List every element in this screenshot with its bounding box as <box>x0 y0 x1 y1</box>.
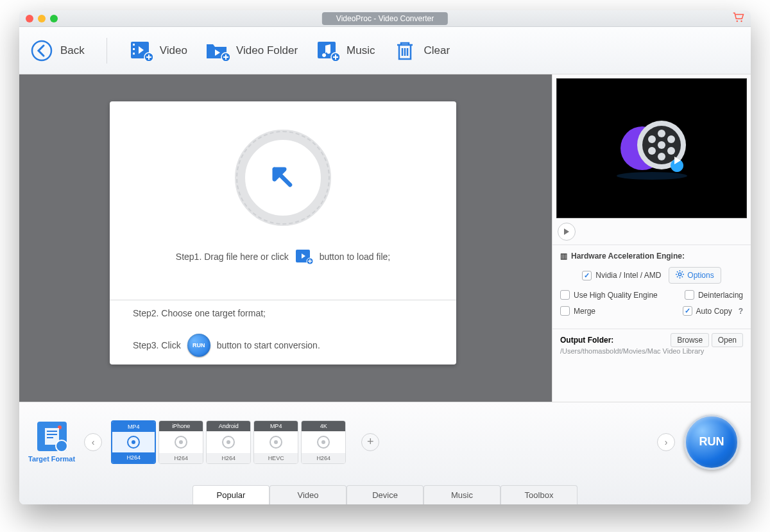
svg-point-24 <box>679 273 681 275</box>
hq-label: Use High Quality Engine <box>574 291 658 300</box>
preset-bot-label: HEVC <box>254 453 298 463</box>
clear-label: Clear <box>424 44 450 57</box>
video-icon <box>129 39 153 63</box>
merge-label: Merge <box>574 307 595 316</box>
run-button[interactable]: RUN <box>684 415 739 470</box>
preset-mid-icon <box>302 431 345 453</box>
target-format-icon[interactable] <box>37 422 67 451</box>
play-button[interactable] <box>558 223 576 241</box>
tab-toolbox[interactable]: Toolbox <box>501 485 578 504</box>
svg-point-34 <box>227 440 230 444</box>
preset-4k-h264[interactable]: 4KH264 <box>301 420 346 464</box>
preset-top-label: MP4 <box>254 421 298 431</box>
step1-text: Step1. Drag file here or click button to… <box>153 241 413 272</box>
music-label: Music <box>346 44 375 57</box>
preset-list: MP4H264iPhoneH264AndroidH264MP4HEVC4KH26… <box>111 420 346 464</box>
svg-point-38 <box>321 440 325 444</box>
svg-point-18 <box>658 130 665 137</box>
clear-button[interactable]: Clear <box>393 39 450 63</box>
maximize-icon[interactable] <box>50 15 58 22</box>
drop-area[interactable]: Step1. Drag file here or click button to… <box>110 101 456 300</box>
autocopy-checkbox[interactable] <box>683 306 692 316</box>
output-path: /Users/thomasboldt/Movies/Mac Video Libr… <box>560 347 743 355</box>
svg-point-30 <box>132 440 135 444</box>
minimize-icon[interactable] <box>38 15 46 22</box>
preset-android-h264[interactable]: AndroidH264 <box>206 420 251 464</box>
browse-button[interactable]: Browse <box>671 333 709 347</box>
gear-icon <box>676 270 684 280</box>
open-button[interactable]: Open <box>712 333 743 347</box>
svg-point-32 <box>179 440 183 444</box>
drop-circle-icon <box>235 130 331 226</box>
tab-video[interactable]: Video <box>270 485 346 504</box>
target-format-label-block: Target Format <box>28 422 75 463</box>
preset-mp4-h264[interactable]: MP4H264 <box>111 420 156 464</box>
add-preset-button[interactable]: + <box>361 433 379 451</box>
svg-point-20 <box>667 147 675 155</box>
svg-point-17 <box>658 141 665 149</box>
tab-music[interactable]: Music <box>424 485 501 504</box>
step3-prefix: Step3. Click <box>133 340 181 350</box>
preview-controls <box>552 218 751 245</box>
svg-rect-4 <box>133 44 135 46</box>
separator <box>107 38 107 64</box>
drop-zone-pane: Step1. Drag file here or click button to… <box>19 74 552 402</box>
preset-mid-icon <box>254 431 298 453</box>
preset-bot-label: H264 <box>159 453 203 463</box>
preset-iphone-h264[interactable]: iPhoneH264 <box>158 420 203 464</box>
content-area: Step1. Drag file here or click button to… <box>19 74 751 402</box>
svg-point-2 <box>32 41 51 60</box>
autocopy-label: Auto Copy <box>696 307 732 316</box>
step3-suffix: button to start conversion. <box>217 340 320 350</box>
preset-bot-label: H264 <box>302 453 345 463</box>
svg-rect-5 <box>133 48 135 50</box>
sidebar: ▥ Hardware Acceleration Engine: Nvidia /… <box>552 74 751 402</box>
video-label: Video <box>160 44 187 57</box>
cart-icon[interactable] <box>733 12 744 25</box>
preset-top-label: 4K <box>302 421 345 431</box>
preset-mid-icon <box>207 431 250 453</box>
preset-mp4-hevc[interactable]: MP4HEVC <box>253 420 298 464</box>
hw-accel-title: ▥ Hardware Acceleration Engine: <box>560 252 743 261</box>
svg-rect-25 <box>45 428 59 445</box>
step3-row: Step3. Click RUN button to start convers… <box>110 326 456 365</box>
step2-text: Step2. Choose one target format; <box>110 300 456 326</box>
preset-next-button[interactable]: › <box>657 433 675 451</box>
preset-prev-button[interactable]: ‹ <box>84 433 102 451</box>
preset-top-label: iPhone <box>159 421 203 431</box>
step1-prefix: Step1. Drag file here or click <box>176 252 289 262</box>
video-mini-icon <box>295 249 313 264</box>
back-button[interactable]: Back <box>30 39 85 63</box>
window-title: VideoProc - Video Converter <box>322 12 448 25</box>
deinterlace-checkbox[interactable] <box>685 290 694 300</box>
preset-mid-icon <box>159 431 203 453</box>
preset-top-label: MP4 <box>112 422 155 432</box>
merge-checkbox[interactable] <box>560 306 570 316</box>
deinterlace-label: Deinterlacing <box>698 291 743 300</box>
titlebar: VideoProc - Video Converter <box>19 10 751 27</box>
add-video-button[interactable]: Video <box>129 39 187 63</box>
music-icon <box>316 39 340 63</box>
tab-popular[interactable]: Popular <box>193 485 270 504</box>
format-tabs: PopularVideoDeviceMusicToolbox <box>19 481 751 504</box>
svg-point-36 <box>274 440 278 444</box>
preset-mid-icon <box>112 432 155 452</box>
toolbar: Back Video Video Folder Music Clear <box>19 27 751 74</box>
options-button[interactable]: Options <box>669 267 721 284</box>
add-video-folder-button[interactable]: Video Folder <box>205 39 298 63</box>
hq-checkbox[interactable] <box>560 290 570 300</box>
preset-bot-label: H264 <box>207 453 250 463</box>
format-row: Target Format ‹ MP4H264iPhoneH264Android… <box>19 402 751 481</box>
tab-device[interactable]: Device <box>346 485 424 504</box>
run-mini-icon: RUN <box>187 334 210 357</box>
output-folder-label: Output Folder: <box>560 336 613 345</box>
close-icon[interactable] <box>26 15 33 22</box>
drop-card[interactable]: Step1. Drag file here or click button to… <box>110 101 456 365</box>
svg-point-23 <box>648 135 656 143</box>
app-logo-icon <box>610 107 694 190</box>
preview-panel <box>556 78 747 218</box>
add-music-button[interactable]: Music <box>316 39 375 63</box>
preset-top-label: Android <box>207 421 250 431</box>
help-icon[interactable]: ? <box>739 307 743 316</box>
nvidia-checkbox[interactable] <box>582 271 592 280</box>
